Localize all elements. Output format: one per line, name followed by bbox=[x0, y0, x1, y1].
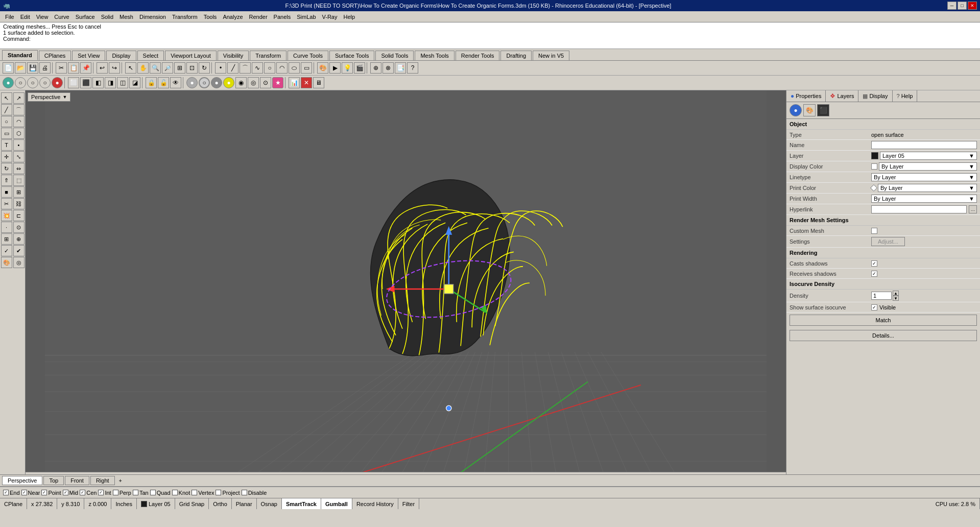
rp-tab-properties[interactable]: ● Properties bbox=[786, 90, 826, 102]
viewport-dropdown-icon[interactable]: ▼ bbox=[62, 94, 67, 100]
lbt-mirror[interactable]: ⇔ bbox=[13, 163, 25, 174]
lbt-dot[interactable]: • bbox=[13, 139, 25, 151]
lbt-select2[interactable]: ↗ bbox=[13, 92, 25, 104]
tb-animation[interactable]: 🎬 bbox=[354, 62, 365, 74]
vp-tab-right[interactable]: Right bbox=[90, 476, 115, 485]
snap-checkbox-quad[interactable] bbox=[150, 490, 156, 495]
tb-analysis[interactable]: 📊 bbox=[289, 77, 300, 88]
prop-input-name[interactable] bbox=[871, 141, 977, 149]
tb-display6[interactable]: ◪ bbox=[129, 77, 140, 88]
menu-item-help[interactable]: Help bbox=[341, 13, 358, 21]
snap-item-cen[interactable]: Cen bbox=[80, 490, 97, 496]
lbt-surface[interactable]: ⬚ bbox=[13, 175, 25, 186]
tb-save[interactable]: 💾 bbox=[27, 62, 38, 74]
hyperlink-button[interactable]: … bbox=[969, 205, 977, 213]
tb-open[interactable]: 📂 bbox=[15, 62, 26, 74]
osnap-item[interactable]: Osnap bbox=[257, 498, 282, 509]
tb-pan[interactable]: ✋ bbox=[137, 62, 149, 74]
snap-checkbox-tan[interactable] bbox=[133, 490, 138, 495]
gumball-item[interactable]: Gumball bbox=[321, 498, 352, 509]
toolbar-tab-visibility[interactable]: Visibility bbox=[218, 51, 249, 60]
display-color-checkbox[interactable] bbox=[871, 163, 877, 170]
lbt-solid[interactable]: ■ bbox=[1, 186, 12, 198]
panel-icon-texture[interactable]: 🎨 bbox=[803, 104, 816, 116]
lbt-rect[interactable]: ▭ bbox=[1, 128, 12, 139]
tb-display5[interactable]: ◫ bbox=[117, 77, 128, 88]
lbt-pt-off[interactable]: ⊙ bbox=[13, 222, 25, 233]
display-color-dropdown[interactable]: By Layer ▼ bbox=[879, 162, 977, 171]
snap-checkbox-point[interactable] bbox=[41, 490, 47, 495]
toolbar-tab-transform[interactable]: Transform bbox=[250, 51, 286, 60]
toolbar-tab-standard[interactable]: Standard bbox=[2, 50, 38, 60]
layer-dropdown[interactable]: Layer 05 ▼ bbox=[880, 152, 977, 160]
lbt-check2[interactable]: ✔ bbox=[13, 245, 25, 256]
menu-item-v-ray[interactable]: V-Ray bbox=[319, 13, 341, 21]
print-color-dropdown[interactable]: By Layer ▼ bbox=[878, 184, 977, 192]
lbt-grid[interactable]: ⊞ bbox=[1, 233, 12, 245]
menu-item-view[interactable]: View bbox=[33, 13, 52, 21]
tb-polyline[interactable]: ⌒ bbox=[240, 62, 251, 74]
tb-arc[interactable]: ◠ bbox=[276, 62, 288, 74]
filter-item[interactable]: Filter bbox=[398, 498, 419, 509]
viewport-label[interactable]: Perspective ▼ bbox=[28, 92, 70, 102]
toolbar-tab-new-in-v5[interactable]: New in V5 bbox=[533, 51, 569, 60]
menu-item-transform[interactable]: Transform bbox=[169, 13, 201, 21]
lbt-arc[interactable]: ◠ bbox=[13, 116, 25, 127]
menu-item-solid[interactable]: Solid bbox=[98, 13, 116, 21]
tb-sphere[interactable]: ● bbox=[186, 77, 198, 88]
lbt-paint[interactable]: 🎨 bbox=[1, 257, 12, 268]
snap-item-tan[interactable]: Tan bbox=[133, 490, 149, 496]
rp-tab-help[interactable]: ? Help bbox=[893, 90, 918, 102]
ortho-item[interactable]: Ortho bbox=[209, 498, 232, 509]
record-history-item[interactable]: Record History bbox=[352, 498, 398, 509]
tb-sphere3[interactable]: ● bbox=[211, 77, 222, 88]
tb-point[interactable]: • bbox=[215, 62, 226, 74]
lbt-text[interactable]: T bbox=[1, 139, 12, 151]
adjust-button[interactable]: Adjust... bbox=[871, 237, 905, 246]
maximize-button[interactable]: □ bbox=[958, 2, 967, 10]
snap-item-vertex[interactable]: Vertex bbox=[192, 490, 214, 496]
tb-world-xy[interactable]: ● bbox=[3, 77, 14, 88]
lbt-join[interactable]: ⛓ bbox=[13, 198, 25, 209]
tb-gumball[interactable]: ⊗ bbox=[383, 62, 394, 74]
match-button[interactable]: Match bbox=[790, 315, 977, 326]
tb-render-preview[interactable]: 🎨 bbox=[317, 62, 328, 74]
menu-item-file[interactable]: File bbox=[2, 13, 17, 21]
tb-zoom-extent[interactable]: ⊡ bbox=[186, 62, 198, 74]
tb-circle[interactable]: ○ bbox=[264, 62, 275, 74]
tb-display1[interactable]: ⬜ bbox=[68, 77, 79, 88]
tb-widget[interactable]: ★ bbox=[272, 77, 283, 88]
tb-render[interactable]: ▶ bbox=[329, 62, 341, 74]
lbt-curve1[interactable]: ╱ bbox=[1, 104, 12, 115]
menu-item-analyze[interactable]: Analyze bbox=[220, 13, 246, 21]
snap-item-mid[interactable]: Mid bbox=[63, 490, 79, 496]
minimize-button[interactable]: ─ bbox=[947, 2, 957, 10]
rp-tab-layers[interactable]: ❖ Layers bbox=[826, 90, 858, 102]
lbt-trim[interactable]: ✂ bbox=[1, 198, 12, 209]
tb-undo[interactable]: ↩ bbox=[97, 62, 108, 74]
tb-obj1[interactable]: ◉ bbox=[235, 77, 247, 88]
menu-item-curve[interactable]: Curve bbox=[51, 13, 72, 21]
tb-monitor[interactable]: 🖥 bbox=[313, 77, 324, 88]
lbt-select[interactable]: ↖ bbox=[1, 92, 12, 104]
menu-item-surface[interactable]: Surface bbox=[73, 13, 98, 21]
lbt-circle[interactable]: ○ bbox=[1, 116, 12, 127]
tb-lock[interactable]: 🔒 bbox=[146, 77, 157, 88]
smart-track-item[interactable]: SmartTrack bbox=[282, 498, 321, 509]
snap-checkbox-perp[interactable] bbox=[113, 490, 118, 495]
tb-cancel[interactable]: ✕ bbox=[301, 77, 312, 88]
vp-tab-top[interactable]: Top bbox=[43, 476, 64, 485]
tb-help[interactable]: ? bbox=[407, 62, 418, 74]
tb-new[interactable]: 📄 bbox=[3, 62, 14, 74]
tb-hide[interactable]: 👁 bbox=[170, 77, 181, 88]
menu-item-mesh[interactable]: Mesh bbox=[116, 13, 136, 21]
menu-item-simlab[interactable]: SimLab bbox=[294, 13, 319, 21]
lbt-move[interactable]: ✛ bbox=[1, 151, 12, 162]
lbt-check[interactable]: ✓ bbox=[1, 245, 12, 256]
tb-layers[interactable]: 📑 bbox=[395, 62, 406, 74]
tb-zoom-window[interactable]: ⊞ bbox=[174, 62, 185, 74]
snap-checkbox-end[interactable] bbox=[3, 490, 9, 495]
density-input[interactable] bbox=[871, 292, 892, 300]
snap-item-project[interactable]: Project bbox=[216, 490, 240, 496]
tb-persp[interactable]: ○ bbox=[15, 77, 26, 88]
